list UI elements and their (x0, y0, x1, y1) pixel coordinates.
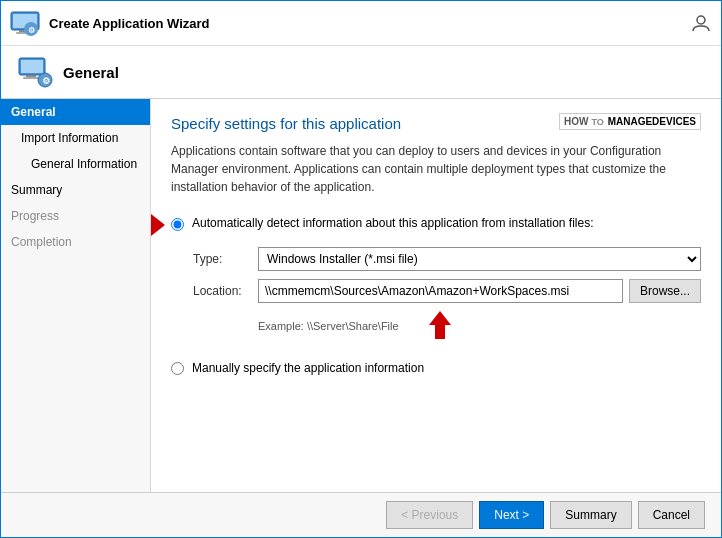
type-label: Type: (193, 252, 258, 266)
content-area: HOW TO MANAGE DEVICES Specify settings f… (151, 99, 721, 492)
sidebar-item-summary[interactable]: Summary (1, 177, 150, 203)
svg-text:⚙: ⚙ (28, 26, 35, 35)
location-label: Location: (193, 284, 258, 298)
previous-button[interactable]: < Previous (386, 501, 473, 529)
svg-text:⚙: ⚙ (42, 76, 50, 86)
browse-button[interactable]: Browse... (629, 279, 701, 303)
title-bar-right (689, 11, 713, 35)
sidebar-item-progress: Progress (1, 203, 150, 229)
form-fields: Type: Windows Installer (*.msi file) Scr… (193, 247, 701, 341)
sidebar-item-general-info[interactable]: General Information (1, 151, 150, 177)
content-description: Applications contain software that you c… (171, 142, 701, 196)
title-bar: ⚙ Create Application Wizard (1, 1, 721, 46)
auto-detect-option: Automatically detect information about t… (171, 216, 701, 231)
svg-rect-8 (21, 60, 43, 73)
radio-section: Automatically detect information about t… (171, 216, 701, 375)
example-row: Example: \\Server\Share\File (258, 311, 701, 341)
manual-radio-input[interactable] (171, 362, 184, 375)
auto-detect-radio[interactable] (171, 218, 184, 231)
svg-point-6 (697, 16, 705, 24)
user-icon (689, 11, 713, 35)
svg-marker-14 (429, 311, 451, 339)
up-arrow-indicator (429, 311, 451, 341)
manual-option: Manually specify the application informa… (171, 361, 701, 375)
location-input[interactable] (258, 279, 623, 303)
bottom-bar: < Previous Next > Summary Cancel (1, 492, 721, 537)
sidebar: General Import Information General Infor… (1, 99, 151, 492)
watermark-manage: MANAGE (608, 116, 652, 127)
location-row: Location: Browse... (193, 279, 701, 303)
watermark: HOW TO MANAGE DEVICES (559, 113, 701, 130)
header-icon: ⚙ (17, 54, 53, 90)
watermark-devices: DEVICES (652, 116, 696, 127)
wizard-header-title: General (63, 64, 119, 81)
wizard-body: General Import Information General Infor… (1, 99, 721, 492)
cancel-button[interactable]: Cancel (638, 501, 705, 529)
svg-marker-13 (151, 214, 165, 236)
watermark-how: HOW (564, 116, 588, 127)
wizard-icon: ⚙ (9, 7, 41, 39)
wizard-window: ⚙ Create Application Wizard ⚙ (0, 0, 722, 538)
sidebar-item-completion: Completion (1, 229, 150, 255)
type-select[interactable]: Windows Installer (*.msi file) Script In… (258, 247, 701, 271)
next-button[interactable]: Next > (479, 501, 544, 529)
example-text: Example: \\Server\Share\File (258, 320, 399, 332)
svg-rect-9 (26, 75, 36, 77)
sidebar-item-import[interactable]: Import Information (1, 125, 150, 151)
svg-rect-10 (23, 77, 39, 79)
type-row: Type: Windows Installer (*.msi file) Scr… (193, 247, 701, 271)
red-arrow-indicator (151, 214, 165, 236)
manual-label: Manually specify the application informa… (192, 361, 424, 375)
summary-button[interactable]: Summary (550, 501, 631, 529)
wizard-header: ⚙ General (1, 46, 721, 99)
auto-detect-label: Automatically detect information about t… (192, 216, 594, 230)
sidebar-item-general[interactable]: General (1, 99, 150, 125)
window-title: Create Application Wizard (49, 16, 209, 31)
